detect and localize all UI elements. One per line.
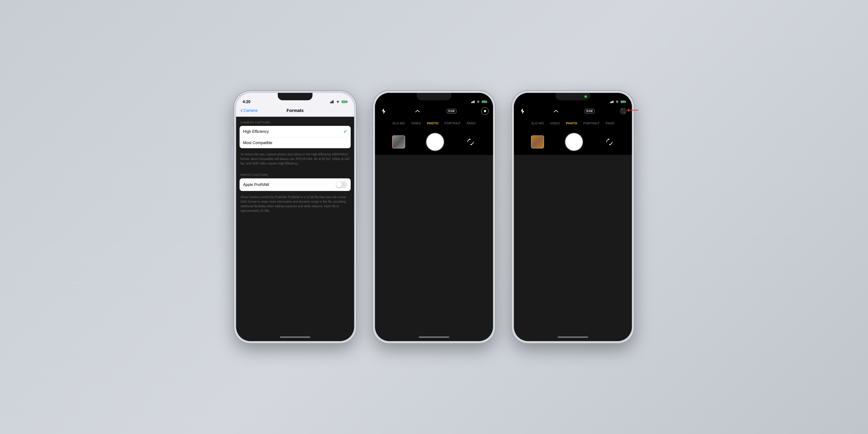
camera-battery-icon bbox=[482, 100, 487, 103]
camera-modes: SLO-MO VIDEO PHOTO PORTRAIT PANO bbox=[514, 118, 632, 129]
signal-icon bbox=[330, 100, 334, 103]
notch bbox=[556, 93, 590, 100]
camera-modes: SLO-MO VIDEO PHOTO PORTRAIT PANO bbox=[375, 118, 493, 129]
raw-badge[interactable]: RAW bbox=[585, 109, 594, 113]
shutter-button[interactable] bbox=[426, 133, 444, 151]
toggle-knob bbox=[336, 182, 342, 187]
mode-portrait[interactable]: PORTRAIT bbox=[584, 122, 600, 125]
mode-pano[interactable]: PANO bbox=[606, 122, 615, 125]
flip-camera-button[interactable] bbox=[465, 136, 476, 147]
back-label: Camera bbox=[244, 108, 257, 113]
svg-rect-2 bbox=[332, 101, 333, 103]
status-time: 4:20 bbox=[243, 100, 250, 104]
mute-button[interactable] bbox=[509, 113, 511, 122]
most-compatible-label: Most Compatible bbox=[243, 141, 272, 145]
mode-photo[interactable]: PHOTO bbox=[427, 122, 439, 125]
shutter-button[interactable] bbox=[565, 133, 583, 151]
volume-up-button[interactable] bbox=[371, 126, 372, 141]
svg-rect-22 bbox=[626, 101, 626, 102]
flip-camera-button[interactable] bbox=[604, 136, 615, 147]
svg-point-20 bbox=[617, 102, 618, 103]
raw-badge[interactable]: RAW bbox=[447, 109, 456, 113]
svg-rect-8 bbox=[471, 102, 472, 103]
chevron-up-button[interactable] bbox=[413, 107, 422, 116]
svg-rect-18 bbox=[612, 101, 613, 103]
power-button[interactable] bbox=[357, 130, 359, 152]
power-button[interactable] bbox=[635, 130, 636, 152]
thumbnail-image bbox=[531, 136, 544, 148]
svg-rect-14 bbox=[487, 101, 487, 102]
mode-slo-mo[interactable]: SLO-MO bbox=[531, 122, 544, 125]
apple-proraw-row[interactable]: Apple ProRAW bbox=[240, 178, 351, 191]
live-button[interactable] bbox=[481, 107, 489, 115]
camera-capture-description: To reduce file size, capture photos and … bbox=[236, 150, 354, 169]
svg-rect-16 bbox=[610, 102, 611, 103]
volume-up-button[interactable] bbox=[509, 126, 511, 141]
svg-rect-0 bbox=[330, 102, 331, 103]
phone-settings: 4:20 bbox=[235, 91, 356, 343]
svg-rect-6 bbox=[347, 101, 348, 102]
svg-rect-17 bbox=[611, 101, 612, 103]
mute-button[interactable] bbox=[232, 113, 233, 122]
live-dot bbox=[484, 110, 486, 112]
section-header-camera-capture: CAMERA CAPTURE bbox=[236, 117, 354, 126]
svg-rect-19 bbox=[613, 100, 614, 103]
svg-rect-15 bbox=[482, 101, 486, 103]
camera-controls bbox=[514, 129, 632, 155]
back-button[interactable]: Camera bbox=[241, 108, 257, 113]
camera-top-bar: RAW bbox=[375, 104, 493, 118]
home-indicator bbox=[280, 337, 310, 338]
mode-photo[interactable]: PHOTO bbox=[566, 122, 578, 125]
volume-down-button[interactable] bbox=[232, 145, 233, 160]
mute-button[interactable] bbox=[371, 113, 372, 122]
settings-content: CAMERA CAPTURE High Efficiency ✓ Most Co… bbox=[236, 117, 354, 217]
raw-label: RAW bbox=[586, 110, 593, 113]
camera-controls bbox=[375, 129, 493, 155]
svg-rect-11 bbox=[474, 100, 474, 103]
most-compatible-row[interactable]: Most Compatible bbox=[240, 137, 351, 148]
phone-camera-2: RAW bbox=[512, 91, 633, 343]
camera-wifi-icon bbox=[615, 100, 619, 103]
flash-button[interactable] bbox=[379, 107, 388, 116]
svg-rect-1 bbox=[331, 101, 332, 103]
svg-rect-23 bbox=[621, 101, 625, 103]
flash-button[interactable] bbox=[518, 107, 527, 116]
photo-thumbnail[interactable] bbox=[392, 135, 405, 148]
nav-bar: Camera Formats bbox=[236, 104, 354, 117]
camera-status-icons bbox=[471, 100, 487, 103]
high-efficiency-row[interactable]: High Efficiency ✓ bbox=[240, 126, 351, 137]
high-efficiency-label: High Efficiency bbox=[243, 129, 269, 134]
section-header-photo-capture: PHOTO CAPTURE bbox=[236, 169, 354, 178]
mode-pano[interactable]: PANO bbox=[467, 122, 476, 125]
photo-capture-description: Show Camera control for ProRAW. ProRAW i… bbox=[236, 193, 354, 217]
home-indicator bbox=[558, 337, 588, 338]
camera-signal-icon bbox=[471, 100, 475, 103]
svg-rect-3 bbox=[333, 100, 334, 103]
photo-thumbnail[interactable] bbox=[531, 135, 544, 148]
apple-proraw-toggle[interactable] bbox=[336, 181, 347, 188]
battery-icon bbox=[342, 100, 348, 103]
mode-video[interactable]: VIDEO bbox=[550, 122, 560, 125]
mode-slo-mo[interactable]: SLO-MO bbox=[392, 122, 405, 125]
volume-up-button[interactable] bbox=[232, 126, 233, 141]
svg-point-4 bbox=[338, 102, 338, 103]
volume-down-button[interactable] bbox=[509, 145, 511, 160]
phone-camera-1: RAW bbox=[373, 91, 495, 343]
power-button[interactable] bbox=[496, 130, 497, 152]
camera-top-bar: RAW bbox=[514, 104, 632, 118]
camera-capture-group: High Efficiency ✓ Most Compatible bbox=[240, 126, 351, 148]
apple-proraw-label: Apple ProRAW bbox=[243, 183, 269, 187]
camera-wifi-icon bbox=[476, 100, 480, 103]
chevron-up-button[interactable] bbox=[552, 107, 560, 116]
notch bbox=[278, 93, 312, 100]
mode-portrait[interactable]: PORTRAIT bbox=[445, 122, 461, 125]
green-dot-indicator bbox=[585, 95, 587, 98]
thumbnail-image bbox=[393, 136, 405, 148]
svg-point-12 bbox=[478, 102, 479, 103]
volume-down-button[interactable] bbox=[371, 145, 372, 160]
svg-rect-10 bbox=[473, 101, 474, 103]
status-icons bbox=[330, 100, 348, 103]
page-title: Formats bbox=[287, 108, 304, 113]
camera-signal-icon bbox=[610, 100, 614, 103]
mode-video[interactable]: VIDEO bbox=[411, 122, 421, 125]
